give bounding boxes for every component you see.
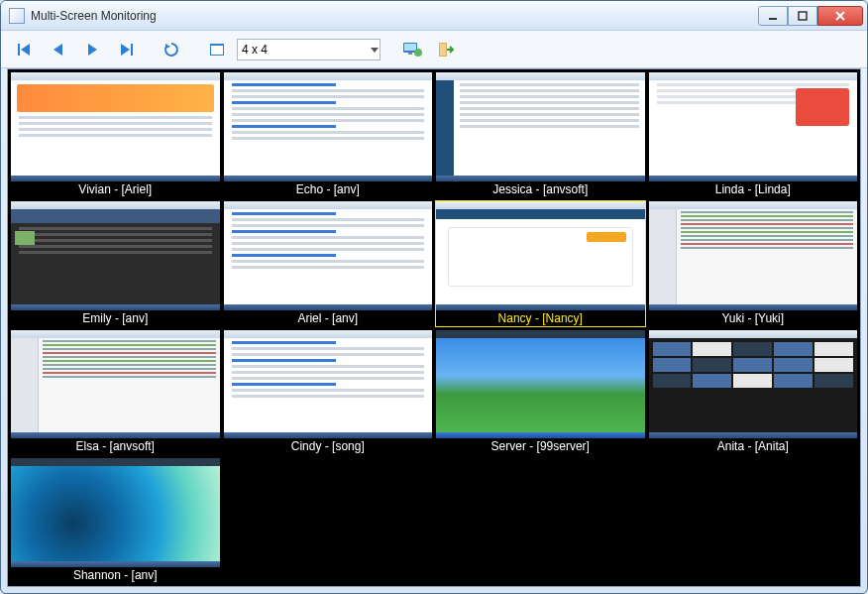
screen-thumbnail[interactable] bbox=[436, 458, 645, 567]
minimize-button[interactable] bbox=[758, 6, 788, 26]
screen-thumbnail[interactable] bbox=[11, 72, 220, 181]
screen-cell[interactable]: Anita - [Anita] bbox=[648, 329, 859, 456]
screen-thumbnail[interactable] bbox=[224, 72, 433, 181]
screen-thumbnail[interactable] bbox=[649, 72, 858, 181]
svg-marker-5 bbox=[88, 44, 97, 56]
svg-rect-17 bbox=[440, 44, 446, 56]
screen-thumbnail[interactable] bbox=[649, 330, 858, 439]
screen-label: Echo - [anv] bbox=[224, 181, 433, 197]
skip-first-icon bbox=[15, 40, 35, 59]
screen-thumbnail[interactable] bbox=[649, 458, 858, 567]
screen-thumbnail[interactable] bbox=[224, 330, 433, 439]
svg-rect-2 bbox=[18, 44, 20, 56]
screen-cell[interactable]: Server - [99server] bbox=[435, 329, 646, 456]
screen-thumbnail[interactable] bbox=[649, 201, 858, 310]
svg-rect-1 bbox=[799, 12, 807, 20]
screen-cell[interactable] bbox=[648, 457, 859, 584]
svg-rect-14 bbox=[408, 53, 412, 55]
screen-thumbnail[interactable] bbox=[436, 330, 645, 439]
maximize-icon bbox=[798, 11, 808, 21]
screen-cell[interactable]: Yuki - [Yuki] bbox=[648, 200, 859, 327]
screen-cell[interactable]: Shannon - [anv] bbox=[10, 457, 221, 584]
next-button[interactable] bbox=[78, 36, 106, 63]
screen-label: Server - [99server] bbox=[436, 438, 645, 454]
svg-rect-10 bbox=[211, 46, 223, 55]
svg-marker-3 bbox=[21, 44, 30, 56]
svg-rect-13 bbox=[404, 44, 416, 51]
svg-marker-4 bbox=[54, 44, 62, 56]
exit-button[interactable] bbox=[432, 36, 460, 63]
screen-thumbnail[interactable] bbox=[436, 72, 645, 181]
svg-rect-0 bbox=[769, 18, 777, 20]
screen-label bbox=[649, 567, 858, 583]
monitor-button[interactable] bbox=[398, 36, 426, 63]
screen-cell[interactable] bbox=[223, 457, 434, 584]
svg-point-15 bbox=[414, 49, 422, 57]
exit-icon bbox=[436, 40, 456, 59]
window-title: Multi-Screen Monitoring bbox=[31, 9, 758, 23]
screen-thumbnail[interactable] bbox=[11, 201, 220, 310]
fullscreen-icon bbox=[207, 40, 227, 59]
toolbar bbox=[1, 31, 867, 68]
fullscreen-button[interactable] bbox=[203, 36, 231, 63]
screen-thumbnail[interactable] bbox=[11, 330, 220, 439]
screen-label: Yuki - [Yuki] bbox=[649, 310, 858, 326]
svg-rect-7 bbox=[131, 44, 133, 56]
screen-label: Linda - [Linda] bbox=[649, 181, 858, 197]
screen-label: Shannon - [anv] bbox=[11, 567, 220, 583]
svg-marker-8 bbox=[165, 44, 170, 49]
svg-marker-6 bbox=[121, 44, 130, 56]
screen-label: Jessica - [anvsoft] bbox=[436, 181, 645, 197]
screen-thumbnail[interactable] bbox=[11, 458, 220, 567]
prev-button[interactable] bbox=[45, 36, 72, 63]
screen-cell[interactable] bbox=[435, 457, 646, 584]
screen-cell[interactable]: Emily - [anv] bbox=[10, 200, 221, 327]
minimize-icon bbox=[768, 11, 778, 21]
screen-thumbnail[interactable] bbox=[224, 201, 433, 310]
screen-cell[interactable]: Vivian - [Ariel] bbox=[10, 71, 221, 198]
screen-grid: Vivian - [Ariel]Echo - [anv]Jessica - [a… bbox=[7, 68, 861, 587]
maximize-button[interactable] bbox=[788, 6, 817, 26]
screen-cell[interactable]: Linda - [Linda] bbox=[648, 71, 859, 198]
refresh-button[interactable] bbox=[158, 36, 185, 63]
app-window: Multi-Screen Monitoring bbox=[0, 0, 868, 594]
screen-cell[interactable]: Ariel - [anv] bbox=[223, 200, 434, 327]
screen-label: Elsa - [anvsoft] bbox=[11, 438, 220, 454]
monitor-icon bbox=[401, 40, 423, 59]
screen-thumbnail[interactable] bbox=[224, 458, 433, 567]
screen-thumbnail[interactable] bbox=[436, 201, 645, 310]
close-button[interactable] bbox=[817, 6, 863, 26]
screen-label: Cindy - [song] bbox=[224, 438, 433, 454]
screen-label: Ariel - [anv] bbox=[224, 310, 433, 326]
screen-cell[interactable]: Elsa - [anvsoft] bbox=[10, 329, 221, 456]
first-button[interactable] bbox=[11, 36, 39, 63]
close-icon bbox=[834, 10, 846, 22]
screen-label: Vivian - [Ariel] bbox=[11, 181, 220, 197]
screen-label: Emily - [anv] bbox=[11, 310, 220, 326]
last-button[interactable] bbox=[112, 36, 140, 63]
grid-layout-select[interactable] bbox=[237, 39, 380, 60]
screen-cell[interactable]: Cindy - [song] bbox=[223, 329, 434, 456]
screen-label: Nancy - [Nancy] bbox=[436, 310, 645, 326]
screen-cell[interactable]: Jessica - [anvsoft] bbox=[435, 71, 646, 198]
titlebar[interactable]: Multi-Screen Monitoring bbox=[1, 1, 867, 31]
screen-label bbox=[436, 567, 645, 583]
next-icon bbox=[82, 40, 102, 59]
screen-label bbox=[224, 567, 433, 583]
screen-cell[interactable]: Nancy - [Nancy] bbox=[435, 200, 646, 327]
window-controls bbox=[758, 6, 863, 26]
screen-cell[interactable]: Echo - [anv] bbox=[223, 71, 434, 198]
refresh-icon bbox=[162, 40, 181, 59]
app-icon bbox=[9, 8, 25, 24]
screen-label: Anita - [Anita] bbox=[649, 438, 858, 454]
skip-last-icon bbox=[116, 40, 136, 59]
prev-icon bbox=[49, 40, 68, 59]
